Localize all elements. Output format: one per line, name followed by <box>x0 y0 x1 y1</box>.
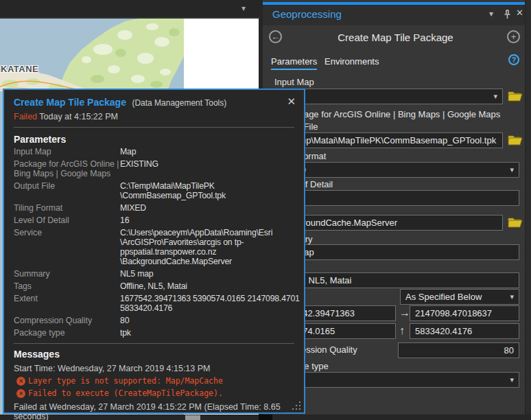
help-icon[interactable]: ? <box>508 54 519 65</box>
add-icon[interactable]: + <box>507 30 520 43</box>
right-arrow-icon: → <box>399 307 410 319</box>
parameter-row: SummaryNL5 map <box>14 269 300 279</box>
input-map-combobox[interactable]: Map <box>272 89 503 104</box>
folder-icon[interactable] <box>508 216 523 229</box>
tool-result-popup: Create Map Tile Package (Data Management… <box>3 89 305 414</box>
param-value: Map <box>120 147 300 156</box>
resize-grip[interactable] <box>293 402 301 410</box>
panel-titlebar: Geoprocessing ▾ ✕ <box>263 5 528 25</box>
param-value: C:\Temp\Matai\MapTilePK \CommBasemap_GPT… <box>120 181 300 200</box>
summary-input[interactable]: NL5 map <box>272 244 519 260</box>
parameter-row: Package typetpk <box>14 328 300 338</box>
error-text: Failed to execute (CreateMapTilePackage)… <box>28 388 223 398</box>
divider <box>14 343 294 344</box>
messages-section: Messages Start Time: Wednesday, 27 March… <box>4 343 304 420</box>
level-of-detail-input[interactable]: 16 <box>272 190 519 206</box>
param-label: Compression Quality <box>14 316 120 325</box>
param-value: 16 <box>120 215 300 225</box>
param-label: Input Map <box>14 147 120 156</box>
status-time: Today at 4:15:22 PM <box>37 112 118 121</box>
parameter-row: Compression Quality80 <box>14 316 300 325</box>
up-arrow-icon: ↑ <box>399 325 405 337</box>
chevron-down-icon[interactable]: ▾ <box>489 9 493 19</box>
param-label: Level Of Detail <box>14 215 120 225</box>
folder-icon[interactable] <box>508 134 523 146</box>
param-label: Tiling Format <box>14 203 120 213</box>
parameter-row: Tiling FormatMIXED <box>14 203 300 213</box>
param-value: 1677542.39471363 5390574.0165 2147098.47… <box>120 294 300 313</box>
tool-header: ← Create Map Tile Package + <box>263 25 528 50</box>
popup-subtitle: (Data Management Tools) <box>132 98 226 108</box>
end-time-text: Failed at Wednesday, 27 March 2019 4:15:… <box>14 402 294 420</box>
error-text: Layer type is not supported: Map/MapCach… <box>28 376 223 386</box>
param-value: tpk <box>120 328 300 338</box>
param-label: Output File <box>14 181 120 200</box>
messages-heading: Messages <box>14 349 294 360</box>
tags-input[interactable]: Offline, NL5, Matai <box>272 272 519 288</box>
map-place-label: KATANE <box>1 64 38 74</box>
parameter-row: Input MapMap <box>14 147 300 156</box>
close-icon[interactable]: ✕ <box>516 8 523 18</box>
parameter-row: Extent1677542.39471363 5390574.0165 2147… <box>14 294 300 313</box>
popup-header: Create Map Tile Package (Data Management… <box>4 90 304 121</box>
param-value: Offline, NL5, Matai <box>120 281 300 291</box>
error-icon: ✕ <box>16 389 25 398</box>
extent-ymax-input[interactable]: 5833420.4176 <box>410 323 519 339</box>
service-input[interactable]: BackgroundCache.MapServer <box>272 215 503 231</box>
extent-mode-combobox[interactable]: As Specified Below <box>400 289 519 305</box>
folder-icon[interactable] <box>508 90 523 102</box>
package-checkbox-label: Package for ArcGIS Online | Bing Maps | … <box>284 109 500 119</box>
panel-title: Geoprocessing <box>272 8 342 20</box>
map-titlebar: ▾ <box>0 0 261 18</box>
status-line: Failed Today at 4:15:22 PM <box>14 112 294 121</box>
arcgis-pro-workspace: ▾ <box>0 0 531 420</box>
parameters-list: Input MapMap Package for ArcGIS Online |… <box>14 147 300 343</box>
panel-scrollbar[interactable] <box>525 0 531 420</box>
parameter-row: Level Of Detail16 <box>14 215 300 225</box>
error-icon: ✕ <box>16 377 25 386</box>
compression-quality-input[interactable]: 80 <box>398 342 519 358</box>
tool-tabs: Parameters Environments ? <box>263 50 528 72</box>
popup-title: Create Map Tile Package <box>14 97 126 108</box>
close-icon[interactable]: ✕ <box>287 95 296 108</box>
parameter-row: ServiceC:\Users\peaceym\AppData\Roaming\… <box>14 228 300 266</box>
param-label: Tags <box>14 281 120 291</box>
tiling-format-combobox[interactable]: MIXED <box>272 162 519 178</box>
input-map-label: Input Map <box>274 77 314 87</box>
status-badge: Failed <box>14 112 37 121</box>
chevron-down-icon[interactable]: ▾ <box>241 3 246 13</box>
parameter-row: Output FileC:\Temp\Matai\MapTilePK \Comm… <box>14 181 300 200</box>
tab-parameters[interactable]: Parameters <box>271 56 317 67</box>
parameters-heading: Parameters <box>14 134 294 145</box>
parameter-row: Package for ArcGIS Online | Bing Maps | … <box>14 159 300 178</box>
param-label: Service <box>14 228 120 266</box>
divider <box>14 127 294 128</box>
param-label: Summary <box>14 269 120 279</box>
package-type-combobox[interactable]: tpk <box>272 372 519 388</box>
parameter-row: TagsOffline, NL5, Matai <box>14 281 300 291</box>
error-message: ✕Failed to execute (CreateMapTilePackage… <box>16 388 294 398</box>
tool-title: Create Map Tile Package <box>263 32 528 43</box>
output-file-input[interactable]: C:\Temp\Matai\MapTilePK\CommBasemap_GPTo… <box>272 132 503 148</box>
param-value: MIXED <box>120 203 300 213</box>
tab-environments[interactable]: Environments <box>324 56 379 67</box>
param-value: EXISTING <box>120 159 300 178</box>
param-value: C:\Users\peaceym\AppData\Roaming\Esri \A… <box>120 228 300 266</box>
param-label: Extent <box>14 294 120 313</box>
param-value: 80 <box>120 316 300 325</box>
param-label: Package type <box>14 328 120 338</box>
param-label: Package for ArcGIS Online | Bing Maps | … <box>14 159 120 178</box>
pin-icon[interactable] <box>504 10 511 22</box>
extent-xmax-input[interactable]: 2147098.47018637 <box>410 305 519 321</box>
start-time-text: Start Time: Wednesday, 27 March 2019 4:1… <box>14 364 294 373</box>
error-message: ✕Layer type is not supported: Map/MapCac… <box>16 376 294 386</box>
param-value: NL5 map <box>120 269 300 279</box>
